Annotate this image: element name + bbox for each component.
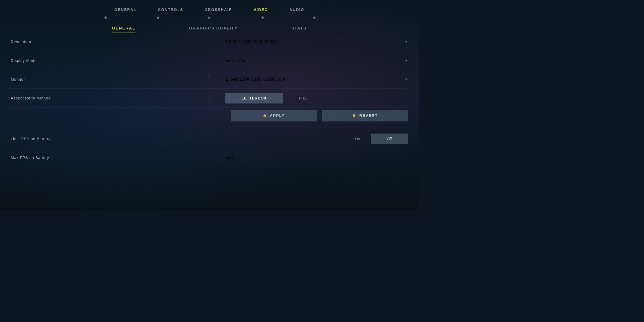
display-mode-dropdown-arrow[interactable]: ▼: [405, 59, 408, 62]
revert-label: REVERT: [359, 113, 378, 118]
monitor-value: 1. SAM100A (1920 x 1080 16:9): [225, 77, 287, 82]
action-row: 🔒 APPLY 🔒 REVERT: [8, 110, 411, 121]
sub-nav: GENERAL GRAPHICS QUALITY STATS: [0, 26, 419, 32]
sub-nav-item-stats[interactable]: STATS: [291, 26, 307, 32]
limit-fps-on-option[interactable]: On: [352, 137, 363, 141]
aspect-ratio-row: Aspect Ratio Method Letterbox Fill: [8, 89, 411, 108]
nav-item-controls[interactable]: CONTROLS: [158, 5, 184, 14]
monitor-value-container: 1. SAM100A (1920 x 1080 16:9) ▼: [225, 77, 408, 82]
apply-lock-icon: 🔒: [263, 114, 267, 117]
nav-item-crosshair[interactable]: CROSSHAIR: [205, 5, 232, 14]
display-mode-row: Display Mode Fullscreen ▼: [8, 51, 411, 70]
nav-line-container: [0, 15, 419, 20]
nav-diamond-5: [313, 16, 316, 19]
apply-button[interactable]: 🔒 APPLY: [231, 110, 317, 121]
top-nav: GENERAL CONTROLS CROSSHAIR VIDEO AUDIO: [0, 0, 419, 14]
aspect-ratio-toggle-group: Letterbox Fill: [225, 93, 408, 103]
fps-toggle-group: On Off: [225, 134, 408, 144]
monitor-dropdown-arrow[interactable]: ▼: [405, 77, 408, 81]
limit-fps-label: Limit FPS on Battery: [11, 137, 225, 141]
revert-button[interactable]: 🔒 REVERT: [322, 110, 408, 121]
apply-label: APPLY: [270, 113, 285, 118]
resolution-dropdown-arrow[interactable]: ▼: [405, 40, 408, 44]
nav-diamond-2: [156, 16, 159, 19]
nav-diamond-4: [261, 16, 264, 19]
max-fps-label: Max FPS on Battery: [11, 156, 225, 160]
nav-item-general[interactable]: GENERAL: [114, 5, 136, 14]
max-fps-row: Max FPS on Battery 60.0: [8, 148, 411, 167]
resolution-row: Resolution 1,920 x 1,080 16:9 (240Hz) ▼: [8, 32, 411, 51]
max-fps-value-container: 60.0: [225, 155, 408, 160]
display-mode-value: Fullscreen: [225, 58, 245, 63]
resolution-value: 1,920 x 1,080 16:9 (240Hz): [225, 39, 277, 44]
limit-fps-off-option[interactable]: Off: [371, 134, 408, 144]
nav-item-audio[interactable]: AUDIO: [290, 5, 304, 14]
nav-item-video[interactable]: VIDEO: [254, 5, 268, 14]
aspect-ratio-letterbox-btn[interactable]: Letterbox: [225, 93, 283, 103]
sub-nav-item-general[interactable]: GENERAL: [112, 26, 135, 32]
revert-lock-icon: 🔒: [352, 114, 357, 117]
monitor-row: Monitor 1. SAM100A (1920 x 1080 16:9) ▼: [8, 70, 411, 89]
max-fps-value: 60.0: [225, 155, 234, 160]
fps-section: Limit FPS on Battery On Off Max FPS on B…: [0, 129, 419, 167]
sub-nav-item-graphics[interactable]: GRAPHICS QUALITY: [189, 26, 238, 32]
display-mode-value-container: Fullscreen ▼: [225, 58, 408, 63]
aspect-ratio-fill-btn[interactable]: Fill: [283, 93, 324, 103]
display-mode-label: Display Mode: [11, 58, 225, 63]
resolution-label: Resolution: [11, 40, 225, 44]
nav-diamond-3: [207, 16, 210, 19]
resolution-value-container: 1,920 x 1,080 16:9 (240Hz) ▼: [225, 39, 408, 44]
monitor-label: Monitor: [11, 77, 225, 82]
settings-container: Resolution 1,920 x 1,080 16:9 (240Hz) ▼ …: [0, 32, 419, 121]
aspect-ratio-label: Aspect Ratio Method: [11, 96, 225, 100]
nav-diamond-1: [104, 16, 107, 19]
limit-fps-row: Limit FPS on Battery On Off: [8, 129, 411, 148]
